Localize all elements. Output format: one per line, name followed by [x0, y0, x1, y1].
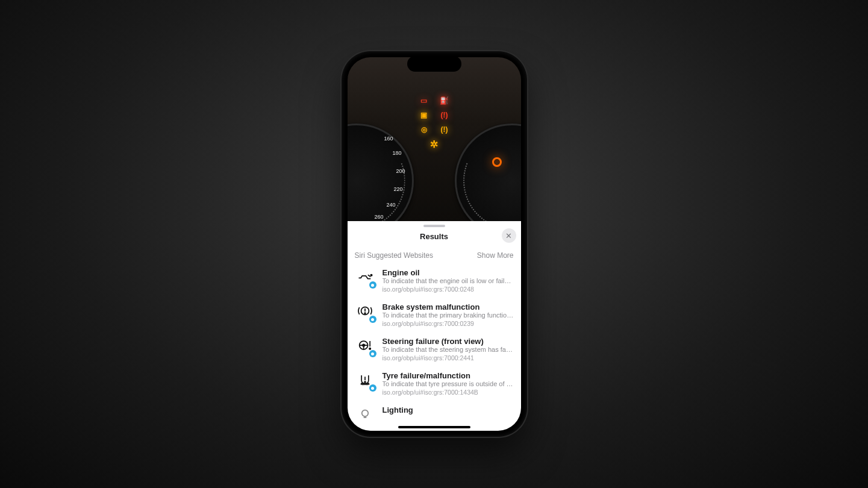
result-row-tyre[interactable]: Tyre failure/malfunction To indicate tha… — [348, 366, 521, 401]
safari-badge-icon — [369, 384, 376, 392]
result-row-brake[interactable]: Brake system malfunction To indicate tha… — [348, 298, 521, 332]
show-more-button[interactable]: Show More — [477, 251, 514, 260]
close-icon: ✕ — [505, 231, 512, 240]
result-source: iso.org/obp/ui#iso:grs:7000:0248 — [382, 286, 514, 293]
camera-viewfinder: 160 180 200 220 240 260 000.0 — [348, 57, 521, 221]
steering-warning-icon: ◎ — [417, 125, 431, 134]
results-sheet: Results ✕ Siri Suggested Websites Show M… — [348, 221, 521, 431]
sheet-header: Results ✕ — [348, 227, 521, 245]
result-title: Steering failure (front view) — [382, 337, 514, 346]
result-row-lighting[interactable]: Lighting — [348, 401, 521, 424]
result-title: Engine oil — [382, 268, 514, 277]
result-subtitle: To indicate that the primary braking fun… — [382, 311, 514, 319]
safari-badge-icon — [369, 316, 376, 323]
results-list: Engine oil To indicate that the engine o… — [348, 263, 521, 431]
result-title: Brake system malfunction — [382, 302, 514, 311]
result-row-engine-oil[interactable]: Engine oil To indicate that the engine o… — [348, 263, 521, 298]
tpms-warning-icon: (!) — [438, 125, 451, 134]
speedometer-gauge: 160 180 200 220 240 260 000.0 — [348, 124, 414, 221]
speed-200: 200 — [396, 168, 405, 174]
result-subtitle: To indicate that the engine oil is low o… — [382, 277, 514, 284]
engine-warning-icon: ▣ — [417, 110, 431, 120]
speed-180: 180 — [392, 150, 401, 156]
oil-warning-icon: ⛽ — [438, 96, 451, 105]
dynamic-island — [407, 56, 461, 72]
phone-frame: 160 180 200 220 240 260 000.0 — [342, 51, 527, 437]
gear-warning-icon: ✲ — [428, 139, 441, 149]
speed-240: 240 — [386, 202, 395, 208]
dashboard-cluster: 160 180 200 220 240 260 000.0 — [348, 57, 521, 221]
svg-point-0 — [370, 275, 372, 276]
safari-badge-icon — [369, 281, 376, 289]
section-header: Siri Suggested Websites Show More — [348, 245, 521, 263]
result-source: iso.org/obp/ui#iso:grs:7000:2441 — [382, 354, 514, 361]
svg-point-7 — [369, 348, 370, 349]
svg-point-9 — [364, 381, 366, 383]
battery-warning-icon: ▭ — [417, 96, 431, 105]
svg-point-5 — [362, 344, 364, 346]
safari-badge-icon — [369, 350, 376, 357]
speed-260: 260 — [374, 214, 383, 220]
result-subtitle: To indicate that the steering system has… — [382, 346, 514, 353]
bulb-icon — [357, 407, 373, 424]
svg-point-3 — [364, 313, 366, 314]
home-indicator[interactable] — [398, 426, 470, 428]
tachometer-gauge — [455, 124, 521, 221]
section-label: Siri Suggested Websites — [355, 251, 434, 260]
svg-point-10 — [361, 410, 368, 417]
result-title: Tyre failure/malfunction — [382, 371, 514, 380]
close-button[interactable]: ✕ — [502, 228, 516, 243]
result-row-steering[interactable]: Steering failure (front view) To indicat… — [348, 332, 521, 366]
speed-160: 160 — [384, 136, 393, 142]
speed-220: 220 — [393, 186, 402, 192]
sheet-title: Results — [420, 232, 448, 241]
phone-screen: 160 180 200 220 240 260 000.0 — [348, 57, 521, 431]
result-source: iso.org/obp/ui#iso:grs:7000:1434B — [382, 389, 514, 396]
result-subtitle: To indicate that tyre pressure is outsid… — [382, 380, 514, 387]
warning-lights: ▭ ⛽ ▣ (!) ◎ (!) ✲ — [417, 96, 451, 149]
result-source: iso.org/obp/ui#iso:grs:7000:0239 — [382, 320, 514, 327]
brake-warning-icon: (!) — [438, 110, 451, 120]
warning-ring-icon — [492, 157, 502, 167]
result-title: Lighting — [382, 405, 514, 414]
